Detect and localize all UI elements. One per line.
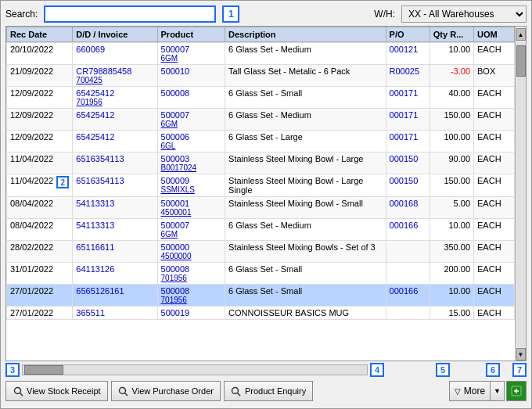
invoice-link[interactable]: 6565126161 xyxy=(76,286,124,296)
table-row[interactable]: 11/04/20226516354113500003B0017024Stainl… xyxy=(7,152,515,174)
cell-product: 500019 xyxy=(157,307,225,320)
po-link[interactable]: 000168 xyxy=(390,199,419,208)
table-row[interactable]: 31/01/2022641131265000087019566 Glass Se… xyxy=(7,263,515,285)
scroll-down-btn[interactable]: ▼ xyxy=(516,348,526,361)
cell-uom: EACH xyxy=(474,307,515,320)
table-scroll-area[interactable]: 20/10/20226600695000076GM6 Glass Set - M… xyxy=(6,42,515,361)
product2-link[interactable]: 4500001 xyxy=(161,208,222,217)
cell-product: 5000066GL xyxy=(157,131,225,152)
product2-link[interactable]: B0017024 xyxy=(161,163,222,172)
cell-po: R00025 xyxy=(386,65,430,87)
product-link[interactable]: 500009 xyxy=(161,176,190,185)
product-link[interactable]: 500006 xyxy=(161,132,190,142)
product2-link[interactable]: 701956 xyxy=(161,274,222,282)
product-link[interactable]: 500003 xyxy=(161,154,190,163)
badge-3: 3 xyxy=(5,363,20,377)
svg-point-0 xyxy=(14,387,20,393)
table-row[interactable]: 11/04/202226516354113500009SSMIXLSStainl… xyxy=(7,174,515,197)
po-link[interactable]: 000166 xyxy=(390,286,419,296)
table-row[interactable]: 21/09/2022CR798885458700425500010Tall Gl… xyxy=(7,65,515,87)
product2-link[interactable]: 6GM xyxy=(161,230,222,239)
product-link[interactable]: 500010 xyxy=(161,66,190,76)
more-dropdown-arrow[interactable]: ▼ xyxy=(491,382,504,400)
invoice-link[interactable]: 365511 xyxy=(76,308,105,318)
product-link[interactable]: 500008 xyxy=(161,286,190,296)
horizontal-scrollbar[interactable] xyxy=(22,364,368,375)
cell-description: CONNOISSEUR BASICS MUG xyxy=(225,307,386,320)
view-stock-receipt-button[interactable]: View Stock Receipt xyxy=(5,381,108,401)
table-row[interactable]: 08/04/2022541133135000014500001Stainless… xyxy=(7,197,515,219)
invoice-link[interactable]: 660069 xyxy=(76,45,105,54)
product-link[interactable]: 500007 xyxy=(161,110,190,120)
invoice-link[interactable]: 65425412 xyxy=(76,132,114,142)
product2-link[interactable]: 6GM xyxy=(161,54,222,63)
scroll-up-btn[interactable]: ▲ xyxy=(516,28,526,41)
po-link[interactable]: 000171 xyxy=(390,88,419,98)
cell-po: 000150 xyxy=(386,152,430,174)
badge-5: 5 xyxy=(436,363,450,377)
invoice-link[interactable]: 6516354113 xyxy=(76,176,124,185)
table-row[interactable]: 28/02/2022651166115000004500000Stainless… xyxy=(7,241,515,263)
product2-link[interactable]: 6GL xyxy=(161,142,222,150)
cell-product: 500008701956 xyxy=(157,263,225,285)
product2-link[interactable]: 4500000 xyxy=(161,252,222,260)
view-purchase-order-button[interactable]: View Purchase Order xyxy=(111,381,221,401)
table-row[interactable]: 27/01/2022365511500019CONNOISSEUR BASICS… xyxy=(7,307,515,320)
invoice-link[interactable]: 64113126 xyxy=(76,264,114,274)
product-link[interactable]: 500008 xyxy=(161,88,190,98)
table-row[interactable]: 20/10/20226600695000076GM6 Glass Set - M… xyxy=(7,43,515,65)
invoice2-link[interactable]: 701956 xyxy=(76,98,153,106)
invoice2-link[interactable]: 700425 xyxy=(76,76,153,84)
cell-rec-date: 27/01/2022 xyxy=(7,285,73,307)
more-button[interactable]: ▽ More ▼ xyxy=(449,381,505,401)
po-link[interactable]: R00025 xyxy=(390,66,420,76)
po-link[interactable]: 000150 xyxy=(390,154,419,163)
po-link[interactable]: 000171 xyxy=(390,110,419,120)
cell-qty: 150.00 xyxy=(430,174,473,197)
export-button[interactable] xyxy=(506,381,527,401)
cell-description: Stainless Steel Mixing Bowl - Large Sing… xyxy=(225,174,386,197)
product2-link[interactable]: 6GM xyxy=(161,120,222,128)
product-link[interactable]: 500000 xyxy=(161,242,190,252)
table-row[interactable]: 12/09/2022654254125000066GL6 Glass Set -… xyxy=(7,131,515,152)
product-link[interactable]: 500007 xyxy=(161,45,190,54)
invoice-link[interactable]: 54113313 xyxy=(76,221,114,230)
po-link[interactable]: 000166 xyxy=(390,221,419,230)
invoice-link[interactable]: 6516354113 xyxy=(76,154,124,163)
bottom-bar: View Stock Receipt View Purchase Order P… xyxy=(5,379,527,404)
h-scroll-thumb[interactable] xyxy=(24,365,63,375)
po-link[interactable]: 000171 xyxy=(390,132,419,142)
cell-qty: 40.00 xyxy=(430,87,473,109)
product-link[interactable]: 500007 xyxy=(161,221,190,230)
product2-link[interactable]: SSMIXLS xyxy=(161,185,222,194)
cell-po: 000166 xyxy=(386,219,430,241)
cell-product: 5000076GM xyxy=(157,43,225,65)
table-row[interactable]: 12/09/2022654254125000076GM6 Glass Set -… xyxy=(7,109,515,131)
product2-link[interactable]: 701956 xyxy=(161,296,222,304)
cell-po: 000171 xyxy=(386,131,430,152)
cell-uom: EACH xyxy=(474,263,515,285)
invoice-link[interactable]: 65425412 xyxy=(76,88,114,98)
product-link[interactable]: 500001 xyxy=(161,199,190,208)
search-input[interactable] xyxy=(44,5,216,23)
cell-rec-date: 08/04/2022 xyxy=(7,219,73,241)
cell-qty: 10.00 xyxy=(430,285,473,307)
po-link[interactable]: 000150 xyxy=(390,176,419,185)
po-link[interactable]: 000121 xyxy=(390,45,419,54)
vertical-scrollbar[interactable]: ▲ ▼ xyxy=(515,27,526,361)
table-row[interactable]: 27/01/202265651261615000087019566 Glass … xyxy=(7,285,515,307)
warehouse-select[interactable]: XX - All Warehouses WH1 WH2 xyxy=(401,5,527,23)
invoice-link[interactable]: CR798885458 xyxy=(76,66,131,76)
product-link[interactable]: 500008 xyxy=(161,264,190,274)
table-row[interactable]: 08/04/2022541133135000076GM6 Glass Set -… xyxy=(7,219,515,241)
more-label: More xyxy=(464,386,485,396)
more-main[interactable]: ▽ More xyxy=(450,382,491,400)
invoice-link[interactable]: 54113313 xyxy=(76,199,114,208)
invoice-link[interactable]: 65116611 xyxy=(76,242,114,252)
scroll-thumb[interactable] xyxy=(516,45,526,77)
product-enquiry-button[interactable]: Product Enquiry xyxy=(224,381,313,401)
product-link[interactable]: 500019 xyxy=(161,308,190,318)
cell-description: 6 Glass Set - Large xyxy=(225,131,386,152)
table-row[interactable]: 12/09/2022654254127019565000086 Glass Se… xyxy=(7,87,515,109)
invoice-link[interactable]: 65425412 xyxy=(76,110,114,120)
